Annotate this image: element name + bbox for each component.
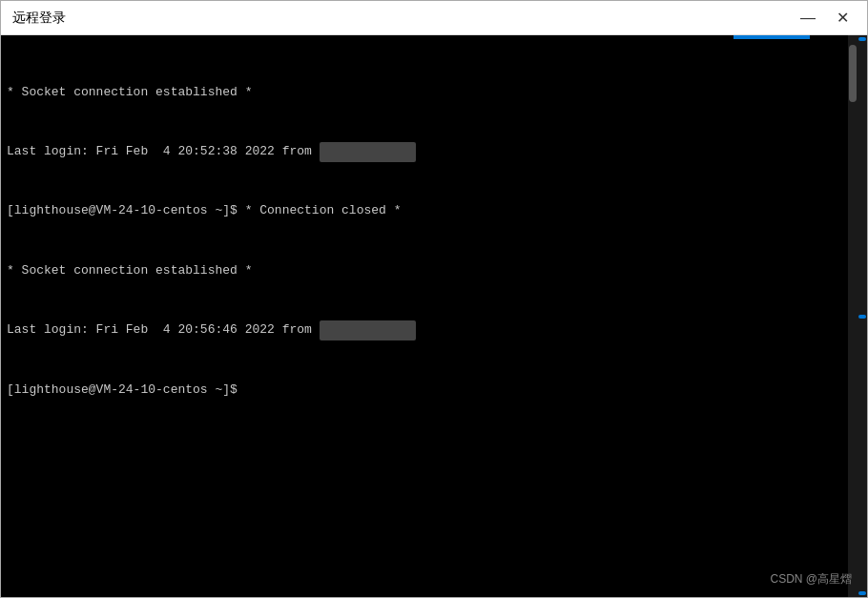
redacted-ip-1 [320, 142, 416, 162]
terminal-area[interactable]: * Socket connection established * Last l… [1, 35, 867, 597]
title-bar-controls: — ✕ [795, 9, 856, 28]
side-scrollbar[interactable] [858, 35, 867, 597]
progress-bar [734, 35, 810, 39]
close-button[interactable]: ✕ [829, 9, 856, 28]
title-bar: 远程登录 — ✕ [1, 1, 867, 35]
scroll-mark-2 [858, 315, 866, 319]
terminal-content[interactable]: * Socket connection established * Last l… [1, 35, 848, 597]
minimize-button[interactable]: — [795, 9, 821, 28]
scroll-mark-3 [858, 591, 866, 595]
terminal-line-6: [lighthouse@VM-24-10-centos ~]$ [7, 381, 842, 401]
terminal-line-5: Last login: Fri Feb 4 20:56:46 2022 from [7, 320, 842, 340]
redacted-ip-2 [320, 320, 416, 340]
window-title: 远程登录 [12, 10, 795, 27]
terminal-line-1: * Socket connection established * [7, 83, 842, 103]
scroll-mark-1 [858, 37, 866, 41]
watermark: CSDN @高星熠 [770, 571, 852, 588]
scrollbar-thumb[interactable] [849, 45, 857, 102]
terminal-line-3: [lighthouse@VM-24-10-centos ~]$ * Connec… [7, 201, 842, 221]
terminal-line-2: Last login: Fri Feb 4 20:52:38 2022 from [7, 142, 842, 162]
terminal-line-4: * Socket connection established * [7, 261, 842, 281]
main-window: 远程登录 — ✕ * Socket connection established… [0, 0, 868, 598]
vertical-scrollbar[interactable] [848, 35, 858, 597]
